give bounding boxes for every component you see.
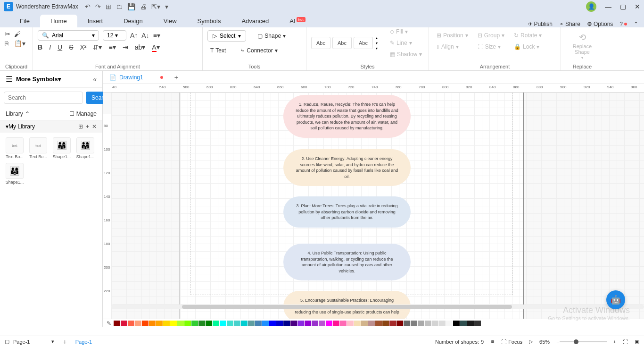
color-swatch[interactable] — [184, 321, 191, 326]
rotate-button[interactable]: ↻ Rotate▾ — [511, 30, 545, 41]
scrollbar-horizontal[interactable] — [111, 305, 644, 309]
group-button[interactable]: ⊡ Group▾ — [475, 30, 507, 41]
tab-file[interactable]: File — [9, 15, 40, 27]
color-swatch[interactable] — [375, 321, 382, 326]
color-swatch[interactable] — [439, 321, 446, 326]
zoom-in-button[interactable]: + — [613, 339, 616, 345]
share-button[interactable]: ⚬ Share — [559, 21, 580, 27]
text-tool[interactable]: T Text — [207, 45, 229, 56]
color-swatch[interactable] — [305, 321, 311, 326]
lock-button[interactable]: 🔒 Lock▾ — [511, 42, 545, 52]
style-preset-2[interactable]: Abc — [332, 37, 352, 49]
color-swatch[interactable] — [248, 321, 255, 326]
style-down-icon[interactable]: ▾ — [376, 41, 378, 45]
color-swatch[interactable] — [333, 321, 339, 326]
color-swatch[interactable] — [382, 321, 389, 326]
color-swatch[interactable] — [213, 321, 219, 326]
publish-button[interactable]: ✈ Publish — [528, 21, 553, 27]
canvas-shape[interactable]: 4. Use Public Transportation: Using publ… — [283, 244, 411, 280]
collapse-ribbon-icon[interactable]: ⌃ — [634, 21, 638, 27]
color-swatch[interactable] — [198, 321, 205, 326]
tab-view[interactable]: View — [153, 15, 187, 27]
notifications-icon[interactable]: ? — [619, 21, 627, 27]
bold-icon[interactable]: B — [38, 43, 42, 51]
fullscreen-icon[interactable]: ▣ — [635, 339, 639, 345]
mylib-grid-icon[interactable]: ⊞ — [78, 123, 83, 130]
redo-icon[interactable]: ↷ — [95, 3, 101, 10]
options-button[interactable]: ⚙ Options — [587, 21, 613, 27]
fill-button[interactable]: ◇ Fill▾ — [387, 26, 425, 37]
play-icon[interactable]: ▷ — [529, 339, 533, 345]
color-swatch[interactable] — [241, 321, 248, 326]
tab-insert[interactable]: Insert — [77, 15, 114, 27]
underline-icon[interactable]: U — [58, 43, 62, 51]
color-swatch[interactable] — [432, 321, 438, 326]
tab-design[interactable]: Design — [113, 15, 153, 27]
color-swatch[interactable] — [283, 321, 290, 326]
color-swatch[interactable] — [290, 321, 297, 326]
color-swatch[interactable] — [389, 321, 396, 326]
qat-more-icon[interactable]: ▾ — [165, 3, 168, 10]
symbol-search-input[interactable] — [4, 92, 83, 104]
color-swatch[interactable] — [234, 321, 240, 326]
color-swatch[interactable] — [340, 321, 347, 326]
color-swatch[interactable] — [446, 321, 453, 326]
color-swatch[interactable] — [135, 321, 141, 326]
export-icon[interactable]: ⇱▾ — [151, 3, 160, 10]
save-icon[interactable]: 💾 — [127, 3, 135, 10]
color-swatch[interactable] — [347, 321, 354, 326]
focus-button[interactable]: ⛶ Focus — [501, 339, 522, 345]
indent-icon[interactable]: ⇥ — [123, 43, 128, 51]
copy-icon[interactable]: ⎘ — [5, 40, 10, 47]
align-menu-icon[interactable]: ≡▾ — [153, 32, 160, 39]
select-tool[interactable]: ▷ Select ▾ — [207, 30, 246, 42]
minimize-button[interactable]: — — [605, 3, 611, 10]
color-swatch[interactable] — [467, 321, 474, 326]
print-icon[interactable]: 🖨 — [140, 3, 147, 10]
color-swatch[interactable] — [361, 321, 368, 326]
color-swatch[interactable] — [156, 321, 163, 326]
color-swatch[interactable] — [404, 321, 410, 326]
align-button[interactable]: ⫿ Align▾ — [434, 42, 471, 52]
style-preset-3[interactable]: Abc — [354, 37, 373, 49]
add-document-tab[interactable]: + — [170, 72, 183, 83]
position-button[interactable]: ⊞ Position▾ — [434, 30, 471, 41]
fit-page-icon[interactable]: ⛶ — [623, 339, 628, 345]
italic-icon[interactable]: I — [49, 43, 51, 51]
outline-icon[interactable]: ▢ — [5, 339, 9, 345]
color-swatch[interactable] — [368, 321, 375, 326]
tab-home[interactable]: Home — [40, 15, 77, 27]
color-swatch[interactable] — [170, 321, 177, 326]
color-swatch[interactable] — [163, 321, 170, 326]
library-link[interactable]: Library ⌃ — [6, 110, 30, 117]
maximize-button[interactable]: ▢ — [620, 3, 626, 10]
canvas-shape[interactable]: 2. Use Cleaner Energy: Adopting cleaner … — [283, 149, 411, 186]
page-selector[interactable]: Page-1 ▾ — [9, 338, 58, 346]
color-swatch[interactable] — [177, 321, 184, 326]
tab-symbols[interactable]: Symbols — [187, 15, 231, 27]
shadow-button[interactable]: ▦ Shadow▾ — [387, 49, 425, 59]
tab-advanced[interactable]: Advanced — [231, 15, 279, 27]
color-swatch[interactable] — [227, 321, 233, 326]
more-symbols-title[interactable]: More Symbols▾ — [16, 76, 89, 83]
color-swatch[interactable] — [396, 321, 403, 326]
shape-thumbnail[interactable]: 👨‍👩‍👧Shape1... — [52, 137, 72, 159]
color-swatch[interactable] — [319, 321, 325, 326]
color-swatch[interactable] — [220, 321, 226, 326]
undo-icon[interactable]: ↶ — [85, 3, 91, 10]
layers-icon[interactable]: ≋ — [490, 339, 495, 345]
color-swatch[interactable] — [142, 321, 149, 326]
close-button[interactable]: ✕ — [635, 3, 640, 10]
canvas-shape[interactable]: 1. Reduce, Reuse, Recycle: The three R's… — [283, 95, 411, 138]
style-preset-1[interactable]: Abc — [311, 37, 330, 49]
manage-link[interactable]: ☐ Manage — [69, 110, 97, 117]
canvas-grid[interactable]: 1. Reduce, Reuse, Recycle: The three R's… — [111, 93, 644, 319]
user-avatar[interactable]: 👤 — [586, 1, 596, 12]
color-swatch[interactable] — [276, 321, 283, 326]
color-swatch[interactable] — [411, 321, 417, 326]
color-swatch[interactable] — [262, 321, 269, 326]
color-swatch[interactable] — [269, 321, 276, 326]
decrease-font-icon[interactable]: A↓ — [141, 32, 149, 39]
canvas-shape[interactable]: 3. Plant More Trees: Trees play a vital … — [283, 196, 411, 228]
mylib-add-icon[interactable]: + — [86, 123, 89, 130]
